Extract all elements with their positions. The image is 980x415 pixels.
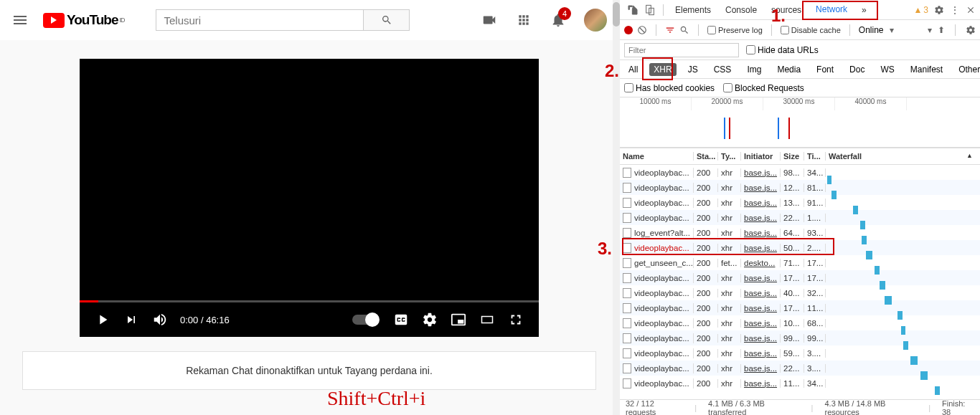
create-icon[interactable]: [481, 11, 498, 29]
type-other[interactable]: Other: [954, 63, 980, 76]
youtube-panel: YouTube ID 4 0:00 / 46:16: [0, 0, 618, 415]
network-row[interactable]: videoplaybac... 200 xhr base.js... 59...…: [620, 345, 980, 361]
col-status[interactable]: Sta...: [694, 152, 718, 161]
next-button[interactable]: [123, 311, 140, 328]
player-controls: 0:00 / 46:16: [80, 302, 539, 337]
svg-rect-2: [649, 8, 654, 14]
search-input[interactable]: [156, 9, 364, 31]
disable-cache-checkbox[interactable]: Disable cache: [781, 26, 841, 34]
tab-elements[interactable]: Elements: [668, 1, 718, 19]
col-name[interactable]: Name: [620, 152, 694, 161]
volume-button[interactable]: [151, 311, 169, 328]
network-rows: videoplaybac... 200 xhr base.js... 98...…: [620, 165, 980, 399]
search-button[interactable]: [364, 9, 410, 31]
network-row[interactable]: get_unseen_c... 200 fet... deskto... 71.…: [620, 255, 980, 270]
video-player[interactable]: 0:00 / 46:16: [80, 59, 539, 337]
kebab-icon[interactable]: ⋮: [950, 4, 960, 16]
import-icon[interactable]: ▾: [928, 25, 932, 35]
miniplayer-button[interactable]: [450, 311, 467, 328]
col-initiator[interactable]: Initiator: [741, 152, 781, 161]
col-size[interactable]: Size: [781, 152, 804, 161]
network-row[interactable]: videoplaybac... 200 xhr base.js... 13...…: [620, 195, 980, 210]
apps-icon[interactable]: [515, 11, 532, 29]
network-settings-icon[interactable]: [966, 25, 976, 35]
devtools-tabs: Elements Console sources Network » ▲3 ⋮: [620, 0, 980, 20]
type-xhr[interactable]: XHR: [649, 63, 676, 76]
youtube-logo[interactable]: YouTube ID: [43, 12, 124, 28]
type-css[interactable]: CSS: [710, 63, 736, 76]
youtube-play-icon: [43, 13, 65, 28]
search-box: [156, 9, 410, 31]
status-requests: 32 / 112 requests: [626, 399, 683, 416]
col-waterfall[interactable]: Waterfall▲: [826, 152, 980, 161]
type-font[interactable]: Font: [812, 63, 838, 76]
tab-console[interactable]: Console: [718, 1, 764, 19]
type-img[interactable]: Img: [743, 63, 765, 76]
annotation-3: 3.: [598, 239, 612, 259]
progress-bar[interactable]: [80, 300, 539, 302]
network-row[interactable]: videoplaybac... 200 xhr base.js... 22...…: [620, 210, 980, 225]
inspect-icon[interactable]: [626, 3, 640, 17]
record-button[interactable]: [624, 26, 633, 34]
timeline-overview[interactable]: 10000 ms20000 ms30000 ms40000 ms: [620, 97, 980, 148]
type-doc[interactable]: Doc: [845, 63, 869, 76]
network-row[interactable]: videoplaybac... 200 xhr base.js... 98...…: [620, 165, 980, 180]
annotation-1: 1.: [771, 6, 786, 26]
user-avatar[interactable]: [584, 9, 607, 32]
network-row[interactable]: videoplaybac... 200 xhr base.js... 50...…: [620, 240, 980, 255]
clear-icon[interactable]: [637, 25, 647, 35]
device-icon[interactable]: [643, 3, 657, 17]
type-all[interactable]: All: [624, 63, 642, 76]
type-js[interactable]: JS: [684, 63, 702, 76]
tab-more[interactable]: »: [854, 1, 874, 19]
throttle-select[interactable]: Online: [859, 25, 884, 35]
network-row[interactable]: videoplaybac... 200 xhr base.js... 40...…: [620, 285, 980, 300]
close-icon[interactable]: [966, 5, 976, 15]
notif-count: 4: [558, 7, 571, 20]
warnings-badge[interactable]: ▲3: [913, 5, 928, 15]
type-media[interactable]: Media: [773, 63, 805, 76]
network-row[interactable]: log_event?alt... 200 xhr base.js... 64..…: [620, 225, 980, 240]
autoplay-toggle[interactable]: [352, 315, 378, 325]
network-columns: Name Sta... Ty... Initiator Size Ti... W…: [620, 148, 980, 165]
type-manifest[interactable]: Manifest: [906, 63, 947, 76]
search-icon: [381, 14, 392, 26]
hide-urls-checkbox[interactable]: Hide data URLs: [746, 45, 819, 55]
hamburger-icon[interactable]: [11, 11, 29, 29]
preserve-log-checkbox[interactable]: Preserve log: [707, 26, 763, 34]
captions-button[interactable]: [392, 311, 410, 328]
network-row[interactable]: videoplaybac... 200 xhr base.js... 17...…: [620, 270, 980, 285]
col-time[interactable]: Ti...: [804, 152, 826, 161]
type-ws[interactable]: WS: [876, 63, 898, 76]
settings-icon[interactable]: [934, 5, 944, 15]
play-button[interactable]: [94, 311, 111, 328]
filter-icon[interactable]: [665, 25, 675, 35]
youtube-logo-text: YouTube: [67, 12, 118, 28]
search-icon[interactable]: [679, 25, 689, 35]
status-bar: 32 / 112 requests | 4.1 MB / 6.3 MB tran…: [620, 399, 980, 415]
network-toolbar: Preserve log Disable cache Online ▾ ▾ ⬆: [620, 20, 980, 40]
export-icon[interactable]: ⬆: [938, 25, 945, 35]
filter-row: Hide data URLs: [620, 40, 980, 60]
col-type[interactable]: Ty...: [718, 152, 741, 161]
blocked-requests-checkbox[interactable]: Blocked Requests: [723, 83, 804, 93]
status-finish: Finish: 38: [942, 399, 974, 416]
network-row[interactable]: videoplaybac... 200 xhr base.js... 12...…: [620, 180, 980, 195]
youtube-region: ID: [119, 16, 124, 24]
network-row[interactable]: videoplaybac... 200 xhr base.js... 22...…: [620, 361, 980, 376]
chat-disabled-notice: Rekaman Chat dinonaktifkan untuk Tayang …: [22, 351, 596, 390]
notifications-button[interactable]: 4: [550, 11, 567, 29]
shortcut-annotation: Shift+Ctrl+i: [327, 387, 425, 410]
annotation-2: 2.: [605, 61, 619, 81]
blocked-cookies-checkbox[interactable]: Has blocked cookies: [624, 83, 715, 93]
status-resources: 4.3 MB / 14.8 MB resources: [824, 399, 917, 416]
tab-network[interactable]: Network: [809, 0, 854, 20]
network-row[interactable]: videoplaybac... 200 xhr base.js... 17...…: [620, 300, 980, 315]
network-row[interactable]: videoplaybac... 200 xhr base.js... 99...…: [620, 330, 980, 345]
theater-button[interactable]: [479, 311, 496, 328]
fullscreen-button[interactable]: [507, 311, 524, 328]
network-row[interactable]: videoplaybac... 200 xhr base.js... 10...…: [620, 315, 980, 330]
filter-input[interactable]: [624, 43, 739, 57]
svg-rect-0: [482, 317, 493, 323]
settings-button[interactable]: [421, 311, 438, 328]
